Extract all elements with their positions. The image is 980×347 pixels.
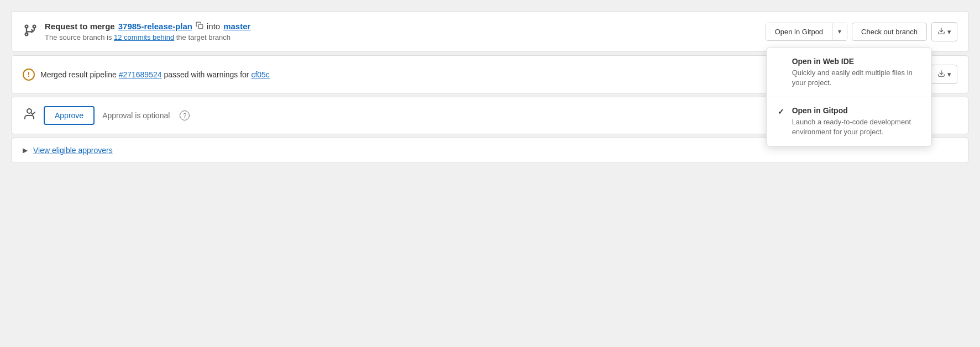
web-ide-title: Open in Web IDE: [792, 57, 920, 66]
dropdown-item-web-ide[interactable]: Open in Web IDE Quickly and easily edit …: [767, 48, 931, 97]
merge-info: Request to merge 37985-release-plan into…: [45, 22, 250, 41]
gitpod-content: Open in Gitpod Launch a ready-to-code de…: [792, 106, 920, 137]
pipeline-text: Merged result pipeline #271689524 passed…: [40, 70, 270, 79]
web-ide-desc: Quickly and easily edit multiple files i…: [792, 68, 920, 88]
open-gitpod-group: Open in Gitpod ▾ Open in Web IDE Quickly…: [766, 23, 847, 41]
view-approvers-link[interactable]: View eligible approvers: [33, 146, 113, 155]
into-text: into: [207, 22, 220, 31]
approval-optional-text: Approval is optional: [102, 111, 170, 120]
target-branch-link[interactable]: master: [223, 22, 250, 31]
svg-point-6: [27, 109, 32, 113]
web-ide-check: [778, 58, 787, 67]
download-caret: ▾: [947, 28, 951, 36]
request-to-merge-label: Request to merge: [45, 22, 115, 31]
merge-subtitle: The source branch is 12 commits behind t…: [45, 33, 250, 41]
source-branch-link[interactable]: 37985-release-plan: [118, 22, 192, 31]
copy-branch-icon[interactable]: [196, 22, 203, 31]
pipeline-number-link[interactable]: #271689524: [119, 70, 162, 79]
pipeline-caret: ▾: [947, 70, 951, 78]
pipeline-left: ! Merged result pipeline #271689524 pass…: [23, 69, 270, 81]
open-gitpod-caret[interactable]: ▾: [832, 23, 847, 40]
merge-left: Request to merge 37985-release-plan into…: [23, 22, 250, 41]
approval-help-icon[interactable]: ?: [180, 111, 190, 120]
pipeline-download-icon: [937, 70, 945, 79]
pipeline-commit-link[interactable]: cf05c: [251, 70, 269, 79]
merge-icon: [23, 23, 38, 40]
merge-request-section: Request to merge 37985-release-plan into…: [11, 11, 969, 52]
checkout-branch-button[interactable]: Check out branch: [852, 23, 927, 41]
pipeline-download-button[interactable]: ▾: [931, 65, 957, 84]
merge-title: Request to merge 37985-release-plan into…: [45, 22, 250, 31]
user-check-icon: [23, 107, 36, 124]
approve-button[interactable]: Approve: [44, 106, 95, 125]
caret-down-icon: ▾: [838, 28, 841, 35]
gitpod-check: ✓: [778, 107, 787, 116]
web-ide-content: Open in Web IDE Quickly and easily edit …: [792, 57, 920, 88]
gitpod-title: Open in Gitpod: [792, 106, 920, 115]
svg-rect-3: [198, 24, 203, 29]
download-button[interactable]: ▾: [931, 22, 957, 41]
merge-actions: Open in Gitpod ▾ Open in Web IDE Quickly…: [766, 22, 957, 41]
page-wrapper: Request to merge 37985-release-plan into…: [0, 11, 980, 347]
commits-behind-link[interactable]: 12 commits behind: [114, 33, 174, 41]
dropdown-item-gitpod[interactable]: ✓ Open in Gitpod Launch a ready-to-code …: [767, 97, 931, 146]
chevron-right-icon: ▶: [23, 146, 28, 154]
pipeline-warning-icon: !: [23, 69, 35, 81]
gitpod-desc: Launch a ready-to-code development envir…: [792, 117, 920, 137]
download-icon: [937, 27, 945, 36]
open-gitpod-button[interactable]: Open in Gitpod: [766, 23, 832, 40]
gitpod-dropdown: Open in Web IDE Quickly and easily edit …: [766, 48, 932, 147]
